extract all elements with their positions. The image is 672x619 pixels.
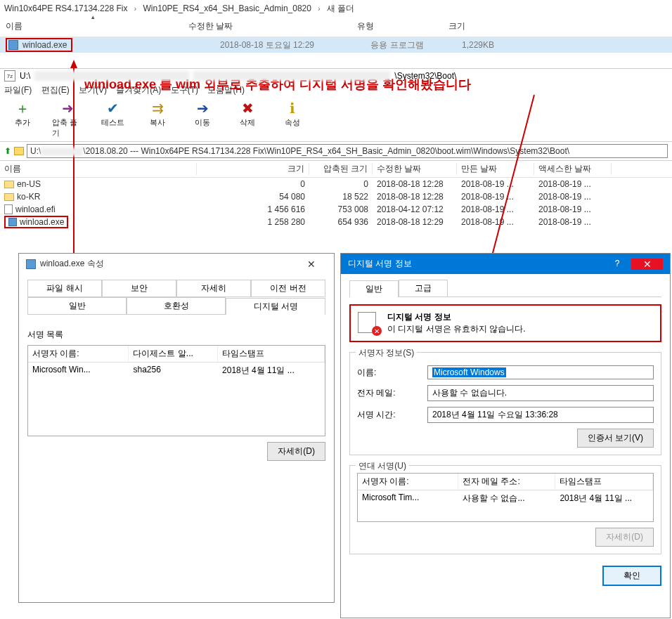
path-input[interactable]: U:\\2018.08.20 --- Win10x64PE RS4.17134.… xyxy=(27,144,668,158)
signature-list-label: 서명 목록 xyxy=(27,329,325,341)
list-item[interactable]: ko-KR 54 080 18 522 2018-08-18 12:28 201… xyxy=(0,190,672,203)
file-icon xyxy=(4,204,13,214)
annotation-arrow-icon xyxy=(56,60,98,256)
file-type: 응용 프로그램 xyxy=(351,39,443,51)
menu-file[interactable]: 파일(F) xyxy=(4,85,32,95)
label-name: 이름: xyxy=(357,367,427,379)
folder-icon xyxy=(4,181,14,188)
tab-row-bottom: 일반 호환성 디지털 서명 xyxy=(27,297,325,315)
properties-dialog: winload.exe 속성 ✕ 파일 해시 보안 자세히 이전 버전 일반 호… xyxy=(18,253,335,603)
signer-info-group: 서명자 정보(S) 이름: Microsoft Windows 전자 메일: 사… xyxy=(349,352,661,455)
explorer-columns: 이름 수정한 날짜 유형 크기 xyxy=(0,18,672,37)
up-icon[interactable]: ⬆ xyxy=(4,146,11,156)
dialog-title: 디지털 서명 정보 xyxy=(348,258,412,270)
redacted xyxy=(193,71,390,81)
info-message: 이 디지털 서명은 유효하지 않습니다. xyxy=(387,323,526,335)
value-name[interactable]: Microsoft Windows xyxy=(427,365,654,379)
group-legend: 연대 서명(U) xyxy=(356,460,409,472)
label-email: 전자 메일: xyxy=(357,387,427,399)
info-title: 디지털 서명 정보 xyxy=(387,311,526,323)
sevenzip-icon: 7z xyxy=(4,70,15,82)
signature-info-banner: 디지털 서명 정보 이 디지털 서명은 유효하지 않습니다. xyxy=(349,304,661,342)
file-name: winload.exe xyxy=(22,40,67,50)
tool-복사[interactable]: ⇉복사 xyxy=(142,100,173,138)
tab-hash[interactable]: 파일 해시 xyxy=(27,280,102,297)
dialog-titlebar[interactable]: 디지털 서명 정보 ? ✕ xyxy=(341,254,670,274)
col-mod[interactable]: 수정한 날짜 xyxy=(373,163,457,175)
tabs: 일반 고급 xyxy=(349,280,661,297)
tool-label: 삭제 xyxy=(240,117,255,128)
th-signer: 서명자 이름: xyxy=(28,346,129,362)
exe-icon xyxy=(8,218,17,226)
list-item[interactable]: en-US 0 0 2018-08-18 12:28 2018-08-19 ..… xyxy=(0,178,672,190)
tool-테스트[interactable]: ✔테스트 xyxy=(97,100,128,138)
tab-digital-signature[interactable]: 디지털 서명 xyxy=(226,298,325,315)
tool-속성[interactable]: ℹ속성 xyxy=(277,100,308,138)
breadcrumb: Win10x64PE RS4.17134.228 Fix › Win10PE_R… xyxy=(0,0,672,18)
tool-label: 속성 xyxy=(285,117,300,128)
countersig-list[interactable]: 서명자 이름: 전자 메일 주소: 타임스탬프 Microsoft Tim...… xyxy=(357,473,654,522)
col-date[interactable]: 수정한 날짜 xyxy=(183,20,351,32)
col-name[interactable]: 이름 xyxy=(0,163,197,175)
tool-label: 이동 xyxy=(195,117,210,128)
tool-icon: ➔ xyxy=(195,100,210,116)
tab-general[interactable]: 일반 xyxy=(27,297,127,314)
explorer-row[interactable]: winload.exe 2018-08-18 토요일 12:29 응용 프로그램… xyxy=(0,37,672,53)
chevron-right-icon: › xyxy=(318,5,320,13)
tab-security[interactable]: 보안 xyxy=(102,280,176,297)
col-accessed[interactable]: 액세스한 날짜 xyxy=(534,163,612,175)
tab-details[interactable]: 자세히 xyxy=(176,280,251,297)
signature-details-dialog: 디지털 서명 정보 ? ✕ 일반 고급 디지털 서명 정보 이 디지털 서명은 … xyxy=(340,253,671,618)
crumb-item[interactable]: Win10x64PE RS4.17134.228 Fix xyxy=(4,4,127,13)
list-item[interactable]: winload.exe 1 258 280 654 936 2018-08-18… xyxy=(0,216,672,228)
file-size: 1,229KB xyxy=(443,40,513,50)
tab-general[interactable]: 일반 xyxy=(349,280,399,297)
redacted xyxy=(34,71,189,81)
tool-label: 복사 xyxy=(150,117,165,128)
close-icon[interactable]: ✕ xyxy=(631,259,663,270)
countersig-group: 연대 서명(U) 서명자 이름: 전자 메일 주소: 타임스탬프 Microso… xyxy=(349,465,661,554)
close-icon[interactable]: ✕ xyxy=(295,259,327,270)
toolbar: ＋추가➜압축 풀기✔테스트⇉복사➔이동✖삭제ℹ속성 xyxy=(0,98,672,142)
tab-advanced[interactable]: 고급 xyxy=(399,280,448,297)
th-timestamp: 타임스탬프 xyxy=(555,474,653,490)
tool-label: 추가 xyxy=(15,117,30,128)
tab-compat[interactable]: 호환성 xyxy=(127,297,226,314)
value-email[interactable]: 사용할 수 없습니다. xyxy=(427,385,654,401)
th-digest: 다이제스트 알... xyxy=(129,346,218,362)
value-time[interactable]: 2018년 4월 11일 수요일 13:36:28 xyxy=(427,407,654,423)
tab-row-top: 파일 해시 보안 자세히 이전 버전 xyxy=(27,280,325,297)
list-item[interactable]: winload.efi 1 456 616 753 008 2018-04-12… xyxy=(0,203,672,216)
tab-prev[interactable]: 이전 버전 xyxy=(251,280,325,297)
file-list: 이름 크기 압축된 크기 수정한 날짜 만든 날짜 액세스한 날짜 en-US … xyxy=(0,161,672,228)
view-cert-button[interactable]: 인증서 보기(V) xyxy=(577,429,654,448)
signature-list[interactable]: 서명자 이름: 다이제스트 알... 타임스탬프 Microsoft Win..… xyxy=(27,345,325,436)
help-icon[interactable]: ? xyxy=(603,259,631,270)
crumb-item[interactable]: Win10PE_RS4_x64_SH_Basic_Admin_0820 xyxy=(143,4,311,13)
label-time: 서명 시간: xyxy=(357,409,427,421)
tool-추가[interactable]: ＋추가 xyxy=(7,100,38,138)
col-size[interactable]: 크기 xyxy=(443,20,513,32)
file-date: 2018-08-18 토요일 12:29 xyxy=(183,39,351,51)
tool-이동[interactable]: ➔이동 xyxy=(187,100,218,138)
details-button[interactable]: 자세히(D) xyxy=(267,442,325,461)
tool-삭제[interactable]: ✖삭제 xyxy=(232,100,263,138)
dialog-title: winload.exe 속성 xyxy=(40,258,104,270)
col-type[interactable]: 유형 xyxy=(351,20,443,32)
ok-button[interactable]: 확인 xyxy=(602,566,661,586)
certificate-invalid-icon xyxy=(358,312,380,334)
dialog-titlebar[interactable]: winload.exe 속성 ✕ xyxy=(19,254,334,274)
pathbar: ⬆ U:\\2018.08.20 --- Win10x64PE RS4.1713… xyxy=(0,142,672,161)
folder-icon xyxy=(14,147,24,155)
col-name[interactable]: 이름 xyxy=(0,20,183,32)
th-timestamp: 타임스탬프 xyxy=(218,346,325,362)
th-signer: 서명자 이름: xyxy=(358,474,458,490)
folder-icon xyxy=(4,193,14,201)
col-packed[interactable]: 압축된 크기 xyxy=(309,163,373,175)
col-size[interactable]: 크기 xyxy=(197,163,309,175)
crumb-item[interactable]: 새 폴더 xyxy=(327,4,354,13)
exe-icon xyxy=(8,40,18,50)
tool-icon: ⇉ xyxy=(150,100,165,116)
countersig-row[interactable]: Microsoft Tim... 사용할 수 없습... 2018년 4월 11… xyxy=(358,490,653,507)
signature-row[interactable]: Microsoft Win... sha256 2018년 4월 11일 ... xyxy=(28,363,325,379)
